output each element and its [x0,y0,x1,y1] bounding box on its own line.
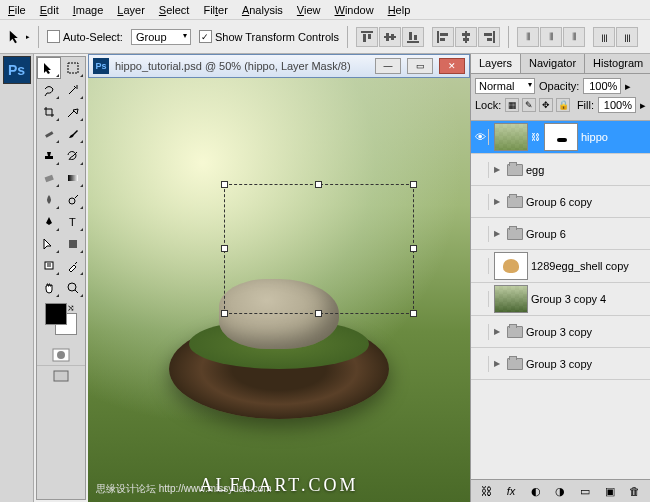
layer-list[interactable]: 👁⛓hippo▶egg▶Group 6 copy▶Group 61289egg_… [471,121,650,479]
layer-name[interactable]: hippo [581,131,648,143]
layer-fx-icon[interactable]: fx [502,483,520,499]
layer-name[interactable]: egg [526,164,648,176]
blend-mode-combo[interactable]: Normal [475,78,535,94]
lasso-tool[interactable] [37,79,61,101]
blur-tool[interactable] [37,189,61,211]
move-tool-icon[interactable]: ▸ [8,26,30,48]
opacity-input[interactable]: 100% [583,78,621,94]
color-swatch[interactable]: ⤭ [41,303,81,341]
handle-tl[interactable] [221,181,228,188]
heal-tool[interactable] [37,123,61,145]
handle-bm[interactable] [315,310,322,317]
shape-tool[interactable] [61,233,85,255]
fill-input[interactable]: 100% [598,97,636,113]
menu-analysis[interactable]: Analysis [242,4,283,16]
layer-row[interactable]: ▶egg [471,154,650,186]
auto-select-checkbox[interactable]: Auto-Select: [47,30,123,43]
stamp-tool[interactable] [37,145,61,167]
maximize-button[interactable]: ▭ [407,58,433,74]
hand-tool[interactable] [37,277,61,299]
layer-row[interactable]: Group 3 copy 4 [471,283,650,316]
tab-layers[interactable]: Layers [471,54,521,73]
crop-tool[interactable] [37,101,61,123]
eyedropper-tool[interactable] [61,255,85,277]
layer-row[interactable]: ▶Group 3 copy [471,348,650,380]
marquee-tool[interactable] [61,57,85,79]
mask-link-icon[interactable]: ⛓ [531,132,541,142]
transform-box[interactable] [224,184,414,314]
expand-icon[interactable]: ▶ [494,229,504,238]
foreground-color[interactable] [45,303,67,325]
layer-row[interactable]: 👁⛓hippo [471,121,650,154]
layer-mask-icon[interactable]: ◐ [527,483,545,499]
eraser-tool[interactable] [37,167,61,189]
type-tool[interactable]: T [61,211,85,233]
handle-tm[interactable] [315,181,322,188]
visibility-icon[interactable] [473,194,489,210]
visibility-icon[interactable] [473,258,489,274]
align-bottom-icon[interactable] [402,27,424,47]
visibility-icon[interactable] [473,324,489,340]
layer-row[interactable]: 1289egg_shell copy [471,250,650,283]
handle-br[interactable] [410,310,417,317]
dist-5-icon[interactable]: ⫼ [616,27,638,47]
layer-name[interactable]: Group 3 copy [526,326,648,338]
slice-tool[interactable] [61,101,85,123]
align-left-icon[interactable] [432,27,454,47]
visibility-icon[interactable]: 👁 [473,129,489,145]
show-transform-checkbox[interactable]: ✓Show Transform Controls [199,30,339,43]
layer-name[interactable]: Group 3 copy 4 [531,293,648,305]
pen-tool[interactable] [37,211,61,233]
move-tool[interactable] [37,57,61,79]
canvas[interactable]: 思缘设计论坛 http://www.missyuan.com ALFOART.C… [88,78,470,502]
menu-window[interactable]: Window [335,4,374,16]
opacity-slider-icon[interactable]: ▸ [625,80,631,93]
quick-mask-toggle[interactable] [37,345,85,365]
menu-select[interactable]: Select [159,4,190,16]
menu-image[interactable]: Image [73,4,104,16]
fill-slider-icon[interactable]: ▸ [640,99,646,112]
notes-tool[interactable] [37,255,61,277]
expand-icon[interactable]: ▶ [494,327,504,336]
layer-name[interactable]: Group 6 copy [526,196,648,208]
new-layer-icon[interactable]: ▣ [601,483,619,499]
layer-thumb[interactable] [494,252,528,280]
align-right-icon[interactable] [478,27,500,47]
visibility-icon[interactable] [473,356,489,372]
lock-all-icon[interactable]: 🔒 [556,98,570,112]
minimize-button[interactable]: — [375,58,401,74]
visibility-icon[interactable] [473,162,489,178]
handle-tr[interactable] [410,181,417,188]
layer-group-icon[interactable]: ▭ [576,483,594,499]
tab-navigator[interactable]: Navigator [521,54,585,73]
expand-icon[interactable]: ▶ [494,359,504,368]
lock-transparency-icon[interactable]: ▦ [505,98,519,112]
tab-histogram[interactable]: Histogram [585,54,650,73]
expand-icon[interactable]: ▶ [494,197,504,206]
delete-layer-icon[interactable]: 🗑 [626,483,644,499]
lock-position-icon[interactable]: ✥ [539,98,553,112]
brush-tool[interactable] [61,123,85,145]
menu-filter[interactable]: Filter [203,4,227,16]
layer-row[interactable]: ▶Group 6 copy [471,186,650,218]
handle-bl[interactable] [221,310,228,317]
adjustment-layer-icon[interactable]: ◑ [551,483,569,499]
dist-2-icon[interactable]: ⫴ [540,27,562,47]
menu-help[interactable]: Help [388,4,411,16]
align-top-icon[interactable] [356,27,378,47]
align-vcenter-icon[interactable] [379,27,401,47]
layer-name[interactable]: Group 3 copy [526,358,648,370]
dodge-tool[interactable] [61,189,85,211]
layer-row[interactable]: ▶Group 3 copy [471,316,650,348]
dist-3-icon[interactable]: ⫴ [563,27,585,47]
document-titlebar[interactable]: Ps hippo_tutorial.psd @ 50% (hippo, Laye… [88,54,470,78]
menu-view[interactable]: View [297,4,321,16]
visibility-icon[interactable] [473,226,489,242]
link-layers-icon[interactable]: ⛓ [477,483,495,499]
menu-file[interactable]: File [8,4,26,16]
path-tool[interactable] [37,233,61,255]
layer-row[interactable]: ▶Group 6 [471,218,650,250]
layer-thumb[interactable] [494,123,528,151]
wand-tool[interactable] [61,79,85,101]
zoom-tool[interactable] [61,277,85,299]
